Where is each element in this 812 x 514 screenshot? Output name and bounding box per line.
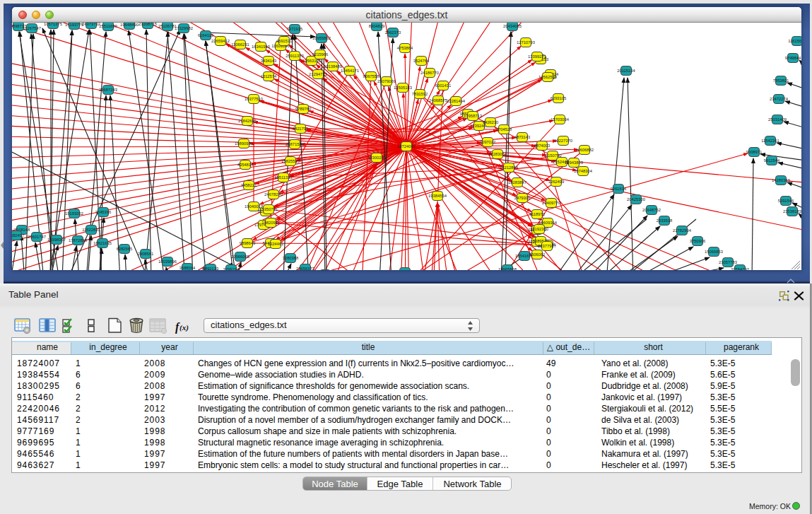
svg-text:23472274: 23472274 bbox=[770, 97, 789, 101]
svg-text:25031409: 25031409 bbox=[768, 117, 787, 122]
svg-text:3434143: 3434143 bbox=[261, 59, 277, 63]
svg-text:10571375: 10571375 bbox=[44, 23, 62, 26]
svg-text:20434065: 20434065 bbox=[503, 24, 522, 28]
svg-text:2333508: 2333508 bbox=[657, 218, 673, 223]
svg-text:12505153: 12505153 bbox=[394, 86, 412, 90]
svg-text:18724007: 18724007 bbox=[397, 144, 416, 148]
svg-text:19820911: 19820911 bbox=[261, 221, 279, 225]
svg-text:23538183: 23538183 bbox=[783, 209, 801, 214]
svg-text:2962373: 2962373 bbox=[385, 30, 401, 35]
svg-text:18039896: 18039896 bbox=[158, 259, 177, 264]
svg-text:22281494: 22281494 bbox=[447, 99, 466, 103]
svg-text:24678270: 24678270 bbox=[264, 192, 283, 197]
svg-text:12192300: 12192300 bbox=[530, 227, 548, 231]
svg-text:11066231: 11066231 bbox=[231, 42, 249, 47]
svg-text:7831592: 7831592 bbox=[412, 92, 428, 96]
svg-text:21294721: 21294721 bbox=[309, 72, 327, 76]
svg-text:4354814: 4354814 bbox=[237, 163, 254, 167]
svg-text:10955862: 10955862 bbox=[312, 36, 331, 40]
svg-text:5391546: 5391546 bbox=[778, 199, 794, 203]
svg-text:15703034: 15703034 bbox=[551, 117, 570, 122]
svg-text:11615610: 11615610 bbox=[788, 39, 801, 43]
svg-text:20425300: 20425300 bbox=[627, 197, 645, 201]
svg-text:6194119: 6194119 bbox=[198, 33, 213, 37]
svg-text:19384554: 19384554 bbox=[428, 194, 447, 198]
svg-text:3458221: 3458221 bbox=[241, 183, 257, 187]
svg-text:3750906: 3750906 bbox=[690, 239, 706, 243]
svg-text:6001431: 6001431 bbox=[435, 83, 452, 88]
svg-text:22377977: 22377977 bbox=[538, 244, 556, 248]
svg-text:19648490: 19648490 bbox=[120, 23, 139, 27]
svg-text:23409770: 23409770 bbox=[542, 201, 560, 205]
svg-text:9874003: 9874003 bbox=[534, 144, 551, 148]
svg-text:19965868: 19965868 bbox=[498, 267, 517, 270]
svg-text:9749844: 9749844 bbox=[785, 56, 801, 60]
svg-text:11542261: 11542261 bbox=[761, 139, 779, 143]
svg-text:19890931: 19890931 bbox=[235, 141, 253, 146]
svg-text:4873143: 4873143 bbox=[514, 135, 531, 139]
svg-text:3524764: 3524764 bbox=[413, 59, 430, 63]
svg-text:16267547: 16267547 bbox=[23, 26, 41, 30]
svg-text:20601747: 20601747 bbox=[28, 235, 46, 239]
svg-text:20584792: 20584792 bbox=[731, 267, 749, 270]
svg-text:8067558: 8067558 bbox=[363, 74, 379, 78]
svg-text:9008971: 9008971 bbox=[746, 150, 763, 154]
svg-text:2479306: 2479306 bbox=[514, 196, 531, 200]
svg-text:8892133: 8892133 bbox=[203, 267, 219, 270]
svg-text:2704528: 2704528 bbox=[496, 127, 512, 132]
svg-text:10562590: 10562590 bbox=[539, 75, 557, 79]
svg-text:2682497: 2682497 bbox=[12, 233, 24, 238]
svg-text:20966065: 20966065 bbox=[231, 255, 249, 259]
svg-text:11522831: 11522831 bbox=[82, 228, 100, 232]
svg-text:12710793: 12710793 bbox=[517, 40, 535, 45]
svg-text:25687243: 25687243 bbox=[99, 88, 117, 92]
svg-text:24068575: 24068575 bbox=[429, 98, 447, 103]
svg-text:7371915: 7371915 bbox=[287, 27, 303, 31]
svg-text:9261616: 9261616 bbox=[611, 187, 627, 191]
svg-text:(x): (x) bbox=[180, 323, 189, 332]
svg-text:16998367: 16998367 bbox=[47, 238, 66, 242]
svg-text:24606882: 24606882 bbox=[575, 148, 594, 152]
svg-text:1118973: 1118973 bbox=[529, 212, 545, 216]
svg-text:23656373: 23656373 bbox=[296, 267, 314, 270]
svg-text:16341910: 16341910 bbox=[252, 45, 270, 49]
svg-text:2908561: 2908561 bbox=[138, 252, 154, 256]
svg-text:3045396: 3045396 bbox=[95, 210, 112, 214]
svg-text:15212844: 15212844 bbox=[500, 165, 519, 170]
svg-text:15193775: 15193775 bbox=[65, 23, 83, 27]
svg-text:7853801: 7853801 bbox=[773, 78, 789, 83]
svg-text:5506062: 5506062 bbox=[529, 252, 546, 257]
svg-text:3688094: 3688094 bbox=[180, 266, 196, 270]
svg-text:19227370: 19227370 bbox=[554, 139, 572, 143]
svg-text:21842645: 21842645 bbox=[238, 119, 257, 123]
svg-text:15350791: 15350791 bbox=[259, 207, 278, 211]
svg-text:6282565: 6282565 bbox=[117, 247, 133, 251]
svg-text:4753864: 4753864 bbox=[397, 46, 413, 50]
svg-text:23057783: 23057783 bbox=[719, 260, 737, 264]
svg-text:14280369: 14280369 bbox=[772, 178, 790, 182]
svg-text:17872858: 17872858 bbox=[69, 238, 87, 243]
svg-text:18821635: 18821635 bbox=[93, 241, 112, 245]
svg-text:20948752: 20948752 bbox=[642, 208, 661, 212]
svg-text:9426230: 9426230 bbox=[483, 120, 499, 124]
svg-text:9912544: 9912544 bbox=[764, 158, 780, 163]
svg-text:20115134: 20115134 bbox=[617, 69, 635, 73]
svg-text:24186770: 24186770 bbox=[420, 71, 439, 75]
svg-text:1324461: 1324461 bbox=[268, 242, 284, 246]
svg-text:4591531: 4591531 bbox=[276, 39, 293, 43]
svg-text:15066853: 15066853 bbox=[705, 250, 723, 254]
svg-text:24373732: 24373732 bbox=[82, 23, 100, 26]
svg-text:4097022: 4097022 bbox=[480, 140, 496, 144]
svg-text:1312574: 1312574 bbox=[261, 74, 277, 78]
svg-text:6215966: 6215966 bbox=[312, 52, 329, 57]
svg-text:23208715: 23208715 bbox=[139, 23, 157, 26]
svg-text:18300295: 18300295 bbox=[367, 156, 386, 160]
svg-text:22943803: 22943803 bbox=[565, 160, 583, 165]
svg-text:19193052: 19193052 bbox=[65, 211, 83, 216]
svg-text:25511690: 25511690 bbox=[99, 24, 117, 28]
svg-text:18748304: 18748304 bbox=[574, 169, 593, 173]
svg-text:25105781: 25105781 bbox=[158, 24, 177, 28]
svg-text:3280388: 3280388 bbox=[283, 256, 299, 260]
svg-text:22283054: 22283054 bbox=[488, 152, 507, 156]
svg-text:17329982: 17329982 bbox=[175, 26, 193, 30]
